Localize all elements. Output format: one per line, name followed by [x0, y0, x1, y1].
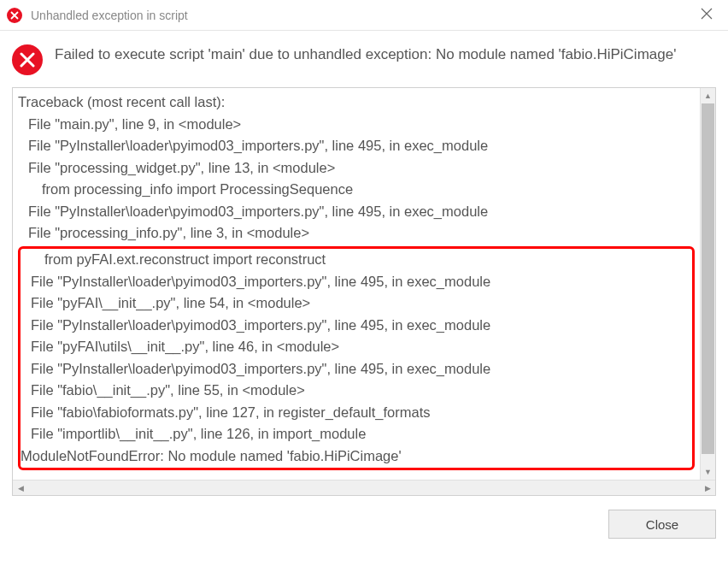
scroll-left-arrow-icon[interactable]: ◀: [13, 481, 28, 496]
traceback-line: File "importlib\__init__.py", line 126, …: [21, 423, 692, 445]
scroll-right-arrow-icon[interactable]: ▶: [700, 481, 715, 496]
traceback-container: Traceback (most recent call last):File "…: [12, 87, 716, 496]
traceback-line: from pyFAI.ext.reconstruct import recons…: [21, 249, 692, 271]
dialog-content: Failed to execute script 'main' due to u…: [0, 31, 728, 496]
traceback-line: File "main.py", line 9, in <module>: [18, 114, 695, 136]
traceback-line: File "PyInstaller\loader\pyimod03_import…: [18, 135, 695, 157]
traceback-line: File "fabio\__init__.py", line 55, in <m…: [21, 380, 692, 402]
button-bar: Close: [0, 496, 728, 552]
error-icon: [12, 44, 43, 75]
vertical-scrollbar[interactable]: ▲ ▼: [700, 88, 715, 480]
traceback-line: ModuleNotFoundError: No module named 'fa…: [21, 445, 692, 468]
traceback-line: File "pyFAI\__init__.py", line 54, in <m…: [21, 292, 692, 315]
window-close-button[interactable]: [692, 4, 721, 27]
error-header: Failed to execute script 'main' due to u…: [12, 44, 716, 75]
traceback-header: Traceback (most recent call last):: [18, 91, 695, 114]
traceback-line: File "pyFAI\utils\__init__.py", line 46,…: [21, 336, 692, 358]
titlebar: Unhandled exception in script: [0, 0, 728, 31]
scroll-down-arrow-icon[interactable]: ▼: [701, 464, 715, 480]
traceback-line: File "fabio\fabioformats.py", line 127, …: [21, 402, 692, 424]
close-button[interactable]: Close: [608, 510, 716, 539]
scroll-track[interactable]: [28, 481, 700, 495]
highlighted-traceback: from pyFAI.ext.reconstruct import recons…: [18, 246, 695, 470]
scroll-thumb[interactable]: [702, 103, 714, 454]
horizontal-scrollbar[interactable]: ◀ ▶: [13, 480, 715, 495]
error-icon: [7, 8, 22, 23]
traceback-line: File "processing_info.py", line 3, in <m…: [18, 222, 695, 245]
window-title: Unhandled exception in script: [31, 9, 692, 22]
traceback-line: from processing_info import ProcessingSe…: [18, 179, 695, 201]
traceback-line: File "processing_widget.py", line 13, in…: [18, 157, 695, 180]
traceback-line: File "PyInstaller\loader\pyimod03_import…: [21, 315, 692, 337]
error-message: Failed to execute script 'main' due to u…: [55, 44, 676, 66]
traceback-line: File "PyInstaller\loader\pyimod03_import…: [21, 271, 692, 293]
scroll-up-arrow-icon[interactable]: ▲: [701, 88, 715, 103]
traceback-text[interactable]: Traceback (most recent call last):File "…: [13, 88, 700, 480]
traceback-line: File "PyInstaller\loader\pyimod03_import…: [21, 358, 692, 380]
traceback-line: File "PyInstaller\loader\pyimod03_import…: [18, 201, 695, 223]
